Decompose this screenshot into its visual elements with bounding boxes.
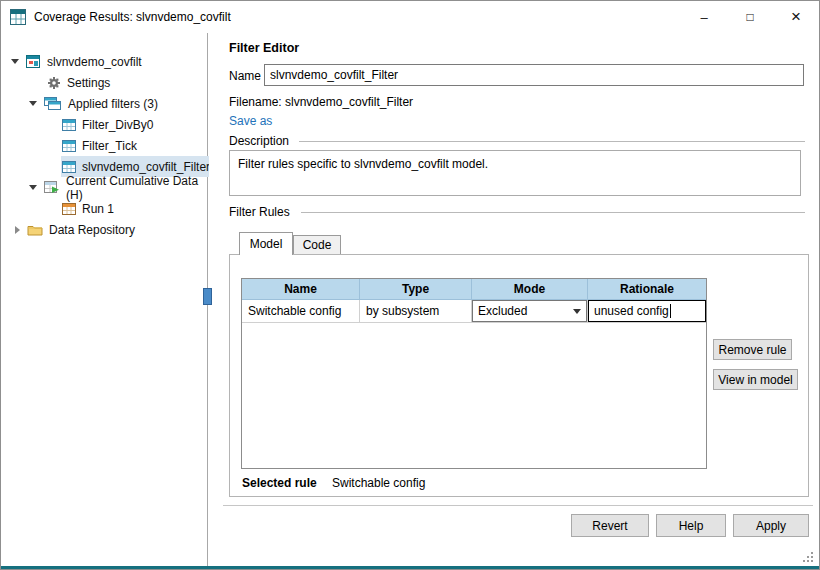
tree-item-model[interactable]: slvnvdemo_covfilt [1, 51, 206, 72]
footer-separator [223, 505, 813, 506]
resize-grip[interactable] [811, 560, 813, 562]
tree-item-label: slvnvdemo_covfilt_Filter [82, 160, 210, 174]
rule-name-cell[interactable]: Switchable config [242, 300, 360, 323]
run-icon [62, 203, 76, 215]
tree-item-filter-divby0[interactable]: Filter_DivBy0 [1, 114, 206, 135]
apply-button[interactable]: Apply [733, 514, 809, 537]
name-input-value: slvnvdemo_covfilt_Filter [270, 68, 398, 82]
tab-code[interactable]: Code [293, 235, 341, 254]
mode-dropdown-value: Excluded [473, 301, 568, 321]
close-button[interactable]: × [773, 1, 819, 33]
text-caret [670, 304, 671, 318]
mode-dropdown[interactable]: Excluded [472, 300, 587, 322]
expander-open-icon[interactable] [29, 101, 37, 106]
minimize-button[interactable]: – [681, 1, 727, 33]
rule-type-cell[interactable]: by subsystem [360, 300, 472, 323]
app-icon [10, 9, 26, 25]
tree-item-filter-tick[interactable]: Filter_Tick [1, 135, 206, 156]
filter-rules-label: Filter Rules [229, 205, 290, 219]
column-header-mode: Mode [472, 279, 588, 300]
expander-open-icon[interactable] [11, 59, 19, 64]
chevron-down-icon [568, 309, 586, 314]
titlebar: Coverage Results: slvnvdemo_covfilt – □ … [1, 1, 819, 33]
name-label: Name [229, 69, 261, 83]
maximize-icon: □ [746, 10, 753, 24]
minimize-icon: – [700, 10, 707, 25]
table-header-row: Name Type Mode Rationale [242, 279, 706, 300]
window-bottom-edge [1, 566, 819, 569]
coverage-results-window: Coverage Results: slvnvdemo_covfilt – □ … [0, 0, 820, 570]
revert-button[interactable]: Revert [571, 514, 649, 537]
description-separator [299, 141, 805, 142]
rationale-input-value: unused config [594, 300, 669, 322]
model-tab-panel: Name Type Mode Rationale Switchable conf… [229, 254, 809, 497]
column-header-type: Type [360, 279, 472, 300]
filter-rules-separator [301, 212, 805, 213]
description-value: Filter rules specific to slvnvdemo_covfi… [238, 157, 488, 171]
expander-open-icon[interactable] [29, 185, 37, 190]
view-in-model-button[interactable]: View in model [713, 369, 798, 390]
panel-heading: Filter Editor [229, 41, 299, 55]
close-icon: × [791, 7, 801, 27]
column-header-name: Name [242, 279, 360, 300]
tree-item-label: Data Repository [49, 223, 135, 237]
tree-item-label: slvnvdemo_covfilt [47, 55, 142, 69]
results-tree: slvnvdemo_covfilt Settings Applied filte… [1, 33, 208, 566]
folder-icon [27, 224, 43, 236]
tree-item-cumulative-data[interactable]: Current Cumulative Data (H) [1, 177, 206, 198]
filter-table-icon [62, 161, 76, 173]
save-as-link[interactable]: Save as [229, 114, 272, 128]
selected-rule-label: Selected rule [242, 476, 317, 490]
gear-icon [47, 76, 61, 90]
window-title: Coverage Results: slvnvdemo_covfilt [34, 10, 231, 24]
tree-item-applied-filters[interactable]: Applied filters (3) [1, 93, 206, 114]
filter-rules-table: Name Type Mode Rationale Switchable conf… [241, 278, 707, 469]
filter-table-icon [62, 140, 76, 152]
tree-item-label: Applied filters (3) [68, 97, 158, 111]
filter-table-icon [62, 119, 76, 131]
tree-item-data-repository[interactable]: Data Repository [1, 219, 206, 240]
selected-rule-value: Switchable config [332, 476, 425, 490]
remove-rule-button[interactable]: Remove rule [713, 339, 792, 360]
cumulative-data-icon [44, 181, 60, 194]
table-empty-area [242, 323, 706, 468]
rationale-input[interactable]: unused config [588, 300, 706, 322]
model-icon [26, 55, 41, 69]
filename-label: Filename: slvnvdemo_covfilt_Filter [229, 95, 413, 109]
tree-item-run1[interactable]: Run 1 [1, 198, 206, 219]
expander-closed-icon[interactable] [15, 226, 20, 234]
panel-splitter-handle[interactable] [203, 288, 212, 305]
maximize-button[interactable]: □ [727, 1, 773, 33]
tree-item-label: Settings [67, 76, 110, 90]
help-button[interactable]: Help [656, 514, 726, 537]
filter-editor-panel: Filter Editor Name slvnvdemo_covfilt_Fil… [209, 33, 819, 566]
name-input[interactable]: slvnvdemo_covfilt_Filter [264, 64, 804, 86]
description-label: Description [229, 134, 289, 148]
column-header-rationale: Rationale [588, 279, 706, 300]
table-row: Switchable config by subsystem Excluded … [242, 300, 706, 323]
description-input[interactable]: Filter rules specific to slvnvdemo_covfi… [229, 150, 801, 196]
tree-item-label: Run 1 [82, 202, 114, 216]
filters-stack-icon [44, 97, 62, 111]
tree-item-label: Filter_DivBy0 [82, 118, 153, 132]
tab-model[interactable]: Model [239, 232, 293, 255]
tree-item-settings[interactable]: Settings [1, 72, 206, 93]
tree-item-label: Filter_Tick [82, 139, 137, 153]
